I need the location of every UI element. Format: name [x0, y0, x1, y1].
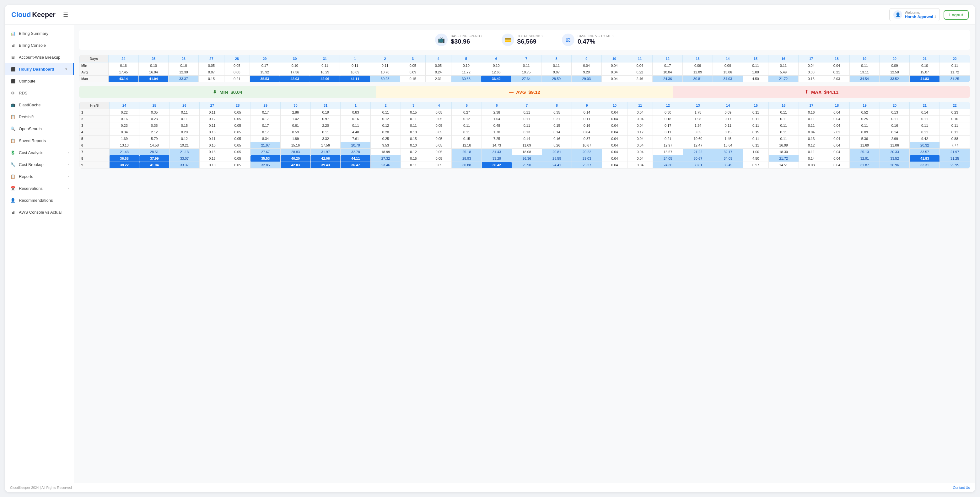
chevron-down-icon: ▼ [65, 67, 68, 71]
cell: 0.14 [542, 129, 572, 135]
main-header-4: 4 [426, 102, 452, 109]
sidebar-item-cost-analysis[interactable]: 💲 Cost Analysis › [5, 146, 74, 159]
cell: 0.05 [426, 135, 452, 142]
cell: 0.04 [602, 129, 627, 135]
cell: 0.13 [512, 129, 542, 135]
main-header-19: 19 [850, 102, 880, 109]
cell: 0.17 [713, 116, 743, 122]
sidebar-item-rds[interactable]: ⚙ RDS [5, 87, 74, 99]
cell: 0.11 [768, 116, 799, 122]
cell: 11.72 [940, 69, 970, 76]
cell: 0.04 [602, 162, 627, 168]
main-header-2: 2 [371, 102, 401, 109]
cell: 0.11 [910, 116, 940, 122]
cell: 7.77 [940, 142, 970, 149]
cell: 44.11 [340, 76, 370, 82]
hamburger-icon[interactable]: ☰ [63, 11, 68, 18]
main-content: 📺 BASELINE SPEND ℹ $30.96 💳 [74, 25, 975, 483]
cell: 0.27 [452, 109, 482, 116]
cell: 0.15 [401, 109, 426, 116]
logout-button[interactable]: Logout [943, 10, 969, 20]
chevron-right-icon: › [68, 151, 69, 154]
cell: 28.83 [281, 149, 311, 155]
cell: 18.08 [512, 149, 542, 155]
cell: 28.51 [139, 149, 170, 155]
sidebar-item-saved-reports[interactable]: 📋 Saved Reports [5, 135, 74, 146]
sidebar-item-redshift[interactable]: 📋 Redshift [5, 111, 74, 123]
cell: 0.16 [799, 109, 824, 116]
sidebar-item-elasticache[interactable]: 📺 ElastiCache [5, 99, 74, 111]
cell: 0.12 [371, 122, 401, 129]
aws-console-icon: 🖥 [10, 209, 16, 215]
cell: 0.13 [880, 109, 910, 116]
cell: 12.09 [683, 69, 713, 76]
sidebar-item-opensearch[interactable]: 🔍 OpenSearch [5, 123, 74, 135]
cell: 0.34 [109, 129, 139, 135]
cell: 31.87 [850, 162, 880, 168]
cell: 0.11 [850, 122, 880, 129]
top-header-17: 17 [798, 55, 824, 62]
cell: 0.11 [371, 109, 401, 116]
cell: 0.04 [798, 62, 824, 69]
cell: 29.03 [572, 155, 602, 162]
cell: 30.81 [683, 76, 713, 82]
cell: 0.04 [824, 162, 850, 168]
cell: 11.06 [880, 142, 910, 149]
sidebar-label: Reports [19, 174, 33, 179]
sidebar-item-reservations[interactable]: 📅 Reservations › [5, 182, 74, 194]
cell: 2.20 [310, 122, 340, 129]
username: Harsh Agarwal [905, 14, 933, 19]
sidebar-label: OpenSearch [19, 127, 42, 131]
sidebar-item-billing-console[interactable]: 🖥 Billing Console [5, 39, 74, 51]
cell: 16.99 [768, 142, 799, 149]
main-header-7: 7 [512, 102, 542, 109]
sidebar-label: Cost Analysis [19, 150, 43, 155]
cell: 0.15 [199, 155, 225, 162]
cell: 30.81 [683, 162, 713, 168]
sidebar-item-account-wise-breakup[interactable]: ⊞ Account-Wise Breakup [5, 51, 74, 63]
sidebar-label: Billing Summary [19, 31, 48, 36]
cell: 2.99 [880, 135, 910, 142]
sidebar-item-hourly-dashboard[interactable]: ⬛ Hourly Dashboard ▼ [5, 63, 74, 75]
top-header-31: 31 [310, 55, 340, 62]
sidebar-label: Redshift [19, 114, 34, 119]
cell: 0.16 [572, 122, 602, 129]
cell: 0.19 [310, 109, 340, 116]
bvt-info-icon: ℹ [612, 35, 614, 38]
cell: 0.11 [910, 122, 940, 129]
cell: 0.05 [400, 62, 425, 69]
cell: 21.22 [683, 149, 713, 155]
cell: 10.60 [683, 135, 713, 142]
top-header-2: 2 [370, 55, 400, 62]
summary-min: ⬇ MIN $0.04 [79, 86, 376, 98]
account-icon: ⊞ [10, 54, 16, 60]
cell: 36.58 [109, 155, 139, 162]
cell: 0.04 [602, 122, 627, 129]
cell: 0.15 [401, 155, 426, 162]
cell: 0.11 [572, 116, 602, 122]
cell: 28.59 [542, 155, 572, 162]
sidebar-item-billing-summary[interactable]: 📊 Billing Summary [5, 27, 74, 39]
sidebar-item-reports[interactable]: 📋 Reports › [5, 170, 74, 182]
cell: 0.05 [426, 62, 451, 69]
cell: 0.11 [743, 116, 768, 122]
sidebar-item-recommendations[interactable]: 👤 Recommendations [5, 194, 74, 206]
contact-us[interactable]: Contact Us [953, 486, 970, 489]
main-header-31: 31 [310, 102, 340, 109]
cell: 0.25 [850, 116, 880, 122]
cell: 20.32 [910, 142, 940, 149]
sidebar-item-aws-console[interactable]: 🖥 AWS Console vs Actual [5, 206, 74, 218]
cell: 2.46 [627, 76, 652, 82]
cell: 11.09 [512, 142, 542, 149]
cell: 0.04 [627, 135, 653, 142]
cell: 11.69 [850, 142, 880, 149]
cell: 0.05 [426, 122, 452, 129]
sidebar-item-compute[interactable]: ⬛ Compute [5, 75, 74, 87]
cell: 41.83 [910, 76, 940, 82]
cell: 0.09 [850, 129, 880, 135]
cell: 10.04 [652, 69, 683, 76]
sidebar-item-cost-breakup[interactable]: 🔧 Cost Breakup › [5, 159, 74, 170]
main-header-24: 24 [109, 102, 139, 109]
cell: 0.05 [426, 116, 452, 122]
cell: 20.33 [880, 149, 910, 155]
